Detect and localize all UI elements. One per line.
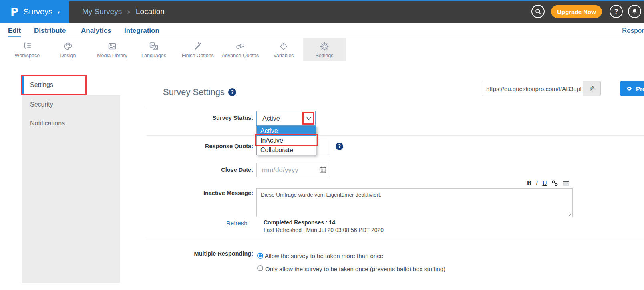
survey-status-label: Survey Status: [120,115,253,121]
radio-only-once-label: Only allow the survey to be taken once (… [265,266,445,272]
upgrade-now-button[interactable]: Upgrade Now [551,5,602,18]
toolbar-tab-label: Advance Quotas [222,53,259,58]
tab-distribute[interactable]: Distribute [34,23,66,38]
response-quota-label: Response Quota: [120,143,253,149]
toolbar-tab-media-library[interactable]: Media Library [91,38,133,61]
survey-url-input[interactable] [482,81,583,96]
toolbar-tab-finish-options[interactable]: Finish Options [177,38,219,61]
toolbar-tab-label: Variables [273,53,294,58]
edit-url-button[interactable]: ✎ [583,81,600,96]
notifications-button[interactable] [628,5,641,18]
questionpro-survey-settings-page: P Surveys ▼ My Surveys > Location Upgrad… [0,0,644,290]
preview-button-label: Preview [636,85,644,92]
close-date-label: Close Date: [120,167,253,173]
dropdown-option-active[interactable]: Active [257,126,316,136]
bold-button[interactable]: B [527,179,531,187]
search-button[interactable] [531,5,545,18]
message-format-toolbar: B I U [519,179,570,187]
pencil-icon: ✎ [589,85,594,93]
questionpro-logo: P [10,6,18,18]
design-icon [63,41,73,52]
underline-button[interactable]: U [542,179,547,187]
survey-status-select[interactable]: Active [256,111,316,126]
radio-allow-multiple-label: Allow the survey to be taken more than o… [265,252,383,259]
responses-link[interactable]: Responses [622,23,644,38]
sidebar-item-settings[interactable]: Settings [22,76,120,95]
advance-quotas-icon [235,41,246,52]
variables-icon [278,41,289,52]
sidebar-item-notifications[interactable]: Notifications [22,114,120,133]
languages-icon [149,41,159,52]
survey-settings-help-icon[interactable]: ? [228,88,236,96]
toolbar-tab-design[interactable]: Design [47,38,89,61]
eye-icon [625,85,633,92]
toolbar-tab-label: Languages [141,53,166,58]
tab-analytics[interactable]: Analytics [81,23,111,38]
completed-responses-text: Completed Responses : 14 [264,219,335,226]
tab-integration[interactable]: Integration [124,23,159,38]
chevron-down-icon [305,115,313,123]
inactive-message-label: Inactive Message: [120,190,253,196]
sidebar-item-label: Notifications [30,120,65,127]
toolbar-tab-label: Design [60,53,76,58]
survey-status-value: Active [262,111,280,125]
top-accent-bar [0,0,644,1]
toolbar-tab-settings[interactable]: Settings [303,38,346,61]
refresh-link[interactable]: Refresh [226,220,248,226]
align-button[interactable] [563,180,570,187]
caret-down-icon: ▼ [57,9,60,14]
workspace-icon [22,41,32,52]
help-button[interactable]: ? [610,5,623,18]
toolbar-tab-advance-quotas[interactable]: Advance Quotas [219,38,262,61]
breadcrumb-my-surveys[interactable]: My Surveys [82,7,122,16]
sidebar-item-label: Settings [30,81,53,88]
topbar: P Surveys ▼ My Surveys > Location Upgrad… [0,0,644,23]
toolbar-tab-variables[interactable]: Variables [262,38,305,61]
divider [146,107,644,107]
inactive-message-textarea[interactable]: Diese Umfrage wurde vom Eigentümer deakt… [256,188,573,217]
dropdown-option-inactive[interactable]: InActive [257,136,316,145]
survey-nav: Edit Distribute Analytics Integration Re… [0,23,644,38]
tab-edit[interactable]: Edit [8,23,21,37]
page-title: Survey Settings [163,87,225,97]
survey-url-box: ✎ [482,81,601,96]
toolbar-tab-workspace[interactable]: Workspace [6,38,48,61]
radio-only-once[interactable] [257,265,263,271]
search-icon [535,8,542,15]
toolbar-tab-languages[interactable]: Languages [133,38,175,61]
response-quota-help-icon[interactable]: ? [336,143,343,150]
breadcrumb-separator-icon: > [127,8,131,15]
toolbar-tab-label: Finish Options [182,53,214,58]
divider [146,240,644,240]
finish-options-icon [193,41,203,52]
radio-allow-multiple[interactable] [257,253,263,259]
multiple-responding-label: Multiple Responding: [120,250,253,257]
dropdown-option-collaborate[interactable]: Collaborate [257,145,316,155]
survey-status-dropdown: Active InActive Collaborate [256,126,316,155]
sidebar-item-security[interactable]: Security [22,95,120,114]
product-switcher[interactable]: P Surveys ▼ [0,0,69,23]
question-mark-icon: ? [614,8,618,16]
italic-button[interactable]: I [536,179,538,187]
bell-icon [631,8,638,15]
link-button[interactable] [551,180,558,187]
media-library-icon [107,41,117,52]
breadcrumb-current: Location [136,7,165,16]
calendar-icon[interactable] [318,165,327,174]
toolbar-tab-label: Settings [315,53,333,58]
divider [146,135,644,136]
edit-toolbar: Workspace Design Media Library Languages… [0,38,644,61]
settings-icon [319,41,330,52]
toolbar-tab-label: Workspace [15,53,40,58]
last-refreshed-text: Last Refreshed : Mon Jul 20 03:08:56 PDT… [264,227,384,233]
breadcrumb: My Surveys > Location [82,0,165,23]
sidebar-item-label: Security [30,101,53,108]
toolbar-tab-label: Media Library [97,53,127,58]
preview-button[interactable]: Preview [620,81,644,96]
product-label: Surveys [24,7,52,16]
